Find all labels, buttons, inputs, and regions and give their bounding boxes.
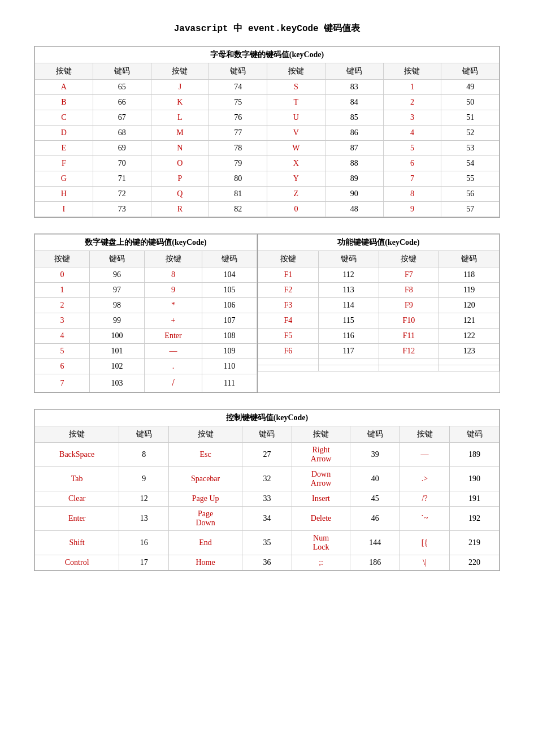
table-cell: . [145, 359, 202, 374]
table-cell: 219 [450, 531, 500, 555]
table-cell: 109 [202, 344, 257, 359]
table-row: F1112F7118 [258, 267, 500, 283]
table-cell: ;: [292, 555, 350, 571]
table-cell: 108 [202, 329, 257, 344]
table-cell: A [35, 80, 93, 95]
col-header-code1: 键码 [93, 63, 151, 80]
table-cell [379, 365, 439, 371]
table-cell [258, 365, 319, 371]
table-cell: Q [151, 187, 209, 202]
table-cell: 53 [441, 141, 500, 156]
table-cell: 116 [318, 329, 379, 344]
table-cell: 88 [325, 156, 383, 171]
table-cell: * [145, 298, 202, 313]
table-cell: K [151, 95, 209, 110]
table-cell: 117 [318, 344, 379, 359]
table-row: F4115F10121 [258, 313, 500, 329]
table-cell: I [35, 202, 93, 217]
table-row: F2113F8119 [258, 283, 500, 298]
table-cell: 8 [383, 187, 441, 202]
table-cell: 69 [93, 141, 151, 156]
table-cell: F1 [258, 267, 319, 283]
table-cell: 57 [441, 202, 500, 217]
table-cell: End [169, 531, 242, 555]
table-row: 1979105 [35, 283, 257, 298]
table-cell: 27 [242, 443, 292, 467]
table-cell: 9 [383, 202, 441, 217]
table-cell: 76 [209, 110, 267, 126]
table-cell: 0 [267, 202, 325, 217]
table-cell: F3 [258, 298, 319, 313]
table-cell: 34 [242, 507, 292, 531]
table-cell: W [267, 141, 325, 156]
table1-header: 字母和数字键的键码值(keyCode) [35, 47, 500, 63]
table-cell: 46 [350, 507, 400, 531]
table-cell: 36 [242, 555, 292, 571]
section-numpad-function: 数字键盘上的键的键码值(keyCode) 按键 键码 按键 键码 0968104… [34, 234, 500, 393]
table-cell: Page Up [169, 491, 242, 507]
table-cell: 6 [383, 156, 441, 171]
table-cell: 82 [209, 202, 267, 217]
table-cell: L [151, 110, 209, 126]
table-cell: F11 [379, 329, 439, 344]
table-row [258, 359, 500, 365]
table-cell: Home [169, 555, 242, 571]
table-cell: 8 [119, 443, 169, 467]
table-cell [379, 359, 439, 365]
table-cell: 118 [439, 267, 500, 283]
table-cell: B [35, 95, 93, 110]
table-cell: 13 [119, 507, 169, 531]
table-cell: 111 [202, 374, 257, 392]
t3-col7: 按键 [400, 426, 450, 443]
table-cell: C [35, 110, 93, 126]
table-cell: 71 [93, 171, 151, 187]
table-cell: Insert [292, 491, 350, 507]
table-cell: 2 [383, 95, 441, 110]
table-cell: F8 [379, 283, 439, 298]
table-cell [258, 359, 319, 365]
table-cell: 144 [350, 531, 400, 555]
table-cell: Y [267, 171, 325, 187]
table-cell: 8 [145, 267, 202, 283]
table-cell: 104 [202, 267, 257, 283]
table1-col-headers: 按键 键码 按键 键码 按键 键码 按键 键码 [35, 63, 500, 80]
table-cell: 191 [450, 491, 500, 507]
col-header-key1: 按键 [35, 63, 93, 80]
table-cell: 98 [90, 298, 145, 313]
table-row: 6102.110 [35, 359, 257, 374]
table-cell: 112 [318, 267, 379, 283]
table-cell: 186 [350, 555, 400, 571]
table-cell: 121 [439, 313, 500, 329]
table-cell: F7 [379, 267, 439, 283]
table-row: Tab9Spacebar32DownArrow40.>190 [35, 467, 500, 491]
table-cell: F12 [379, 344, 439, 359]
table-cell: + [145, 313, 202, 329]
table-row: F5116F11122 [258, 329, 500, 344]
table-cell: 102 [90, 359, 145, 374]
table-row: 0968104 [35, 267, 257, 283]
table-cell [318, 359, 379, 365]
table-cell: 2 [35, 298, 90, 313]
table-cell: 122 [439, 329, 500, 344]
table-cell: 190 [450, 467, 500, 491]
table-cell: 81 [209, 187, 267, 202]
table-cell: 50 [441, 95, 500, 110]
table-cell: 75 [209, 95, 267, 110]
table-row: Clear12Page Up33Insert45/?191 [35, 491, 500, 507]
table-cell: 106 [202, 298, 257, 313]
table-cell: 101 [90, 344, 145, 359]
table-cell: Spacebar [169, 467, 242, 491]
table-cell: 6 [35, 359, 90, 374]
table-cell: 77 [209, 126, 267, 141]
col-header-key3: 按键 [267, 63, 325, 80]
table-cell: Delete [292, 507, 350, 531]
table-cell: 0 [35, 267, 90, 283]
table-cell: Esc [169, 443, 242, 467]
table-cell: R [151, 202, 209, 217]
table-cell: 189 [450, 443, 500, 467]
table-cell: 5 [35, 344, 90, 359]
table-row: 4100Enter108 [35, 329, 257, 344]
section-letters-numbers: 字母和数字键的键码值(keyCode) 按键 键码 按键 键码 按键 键码 按键… [34, 46, 500, 218]
table-cell: 100 [90, 329, 145, 344]
table-cell: 119 [439, 283, 500, 298]
